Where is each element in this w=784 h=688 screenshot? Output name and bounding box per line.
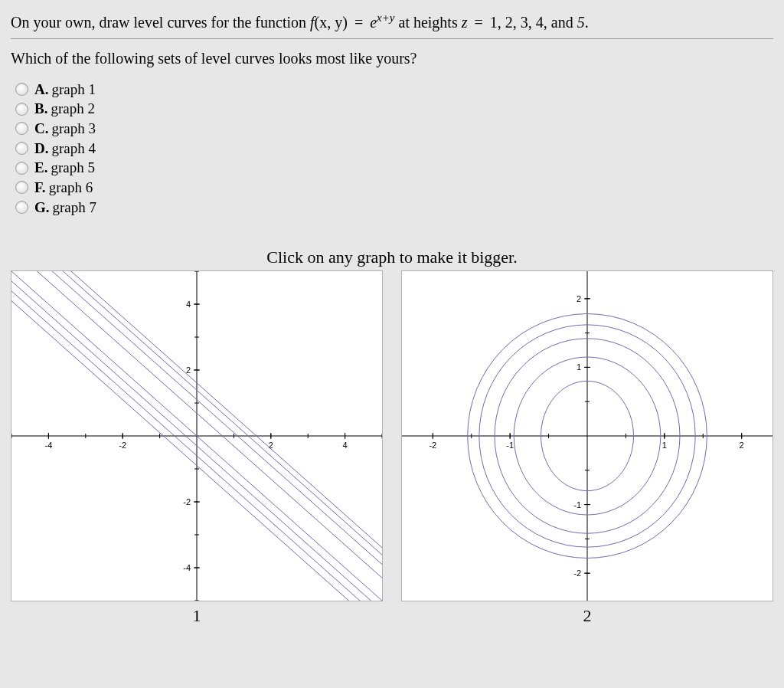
svg-text:-2: -2: [183, 497, 191, 506]
radio-icon[interactable]: [15, 122, 28, 135]
svg-text:2: 2: [186, 365, 191, 375]
intro-text: On your own, draw level curves for the f…: [11, 14, 310, 31]
svg-text:-2: -2: [429, 441, 436, 450]
graph-1[interactable]: -4-224-4-224: [11, 270, 383, 601]
option-c[interactable]: C. graph 3: [15, 119, 773, 139]
svg-text:1: 1: [662, 441, 667, 450]
option-f[interactable]: F. graph 6: [15, 178, 773, 198]
graph-1-wrap: -4-224-4-224 1: [11, 270, 383, 626]
svg-text:2: 2: [577, 294, 581, 303]
svg-text:4: 4: [343, 441, 348, 450]
radio-icon[interactable]: [15, 181, 28, 194]
heights-expression: z = 1, 2, 3, 4: [462, 14, 544, 31]
options-list: A. graph 1 B. graph 2 C. graph 3 D. grap…: [15, 80, 773, 217]
graphs-container: -4-224-4-224 1 -2-112-2-112 2: [11, 270, 773, 626]
radio-icon[interactable]: [15, 162, 28, 175]
svg-text:4: 4: [186, 300, 191, 309]
svg-text:-2: -2: [119, 441, 126, 450]
svg-text:-2: -2: [573, 568, 581, 578]
graph-2-label: 2: [583, 606, 592, 626]
radio-icon[interactable]: [15, 103, 28, 116]
svg-text:-4: -4: [45, 441, 53, 450]
svg-text:-1: -1: [506, 441, 514, 450]
svg-text:-1: -1: [573, 500, 581, 509]
svg-text:2: 2: [740, 441, 744, 450]
option-g[interactable]: G. graph 7: [15, 198, 773, 218]
option-e[interactable]: E. graph 5: [15, 158, 773, 178]
divider: [11, 38, 773, 39]
radio-icon[interactable]: [15, 201, 28, 214]
option-b[interactable]: B. graph 2: [15, 99, 773, 119]
hint-text: Click on any graph to make it bigger.: [11, 247, 773, 267]
graph-1-label: 1: [193, 606, 201, 626]
option-a[interactable]: A. graph 1: [15, 80, 773, 100]
svg-text:-4: -4: [183, 563, 191, 572]
graph-2[interactable]: -2-112-2-112: [401, 270, 773, 601]
radio-icon[interactable]: [15, 142, 28, 155]
function-expression: f(x, y) = ex+y: [310, 14, 399, 31]
question-prompt: On your own, draw level curves for the f…: [11, 9, 773, 34]
radio-icon[interactable]: [15, 83, 28, 96]
option-d[interactable]: D. graph 4: [15, 139, 773, 159]
sub-question: Which of the following sets of level cur…: [11, 50, 773, 67]
graph-2-wrap: -2-112-2-112 2: [401, 270, 773, 626]
svg-text:1: 1: [577, 363, 581, 372]
between-text: at heights: [399, 14, 462, 31]
